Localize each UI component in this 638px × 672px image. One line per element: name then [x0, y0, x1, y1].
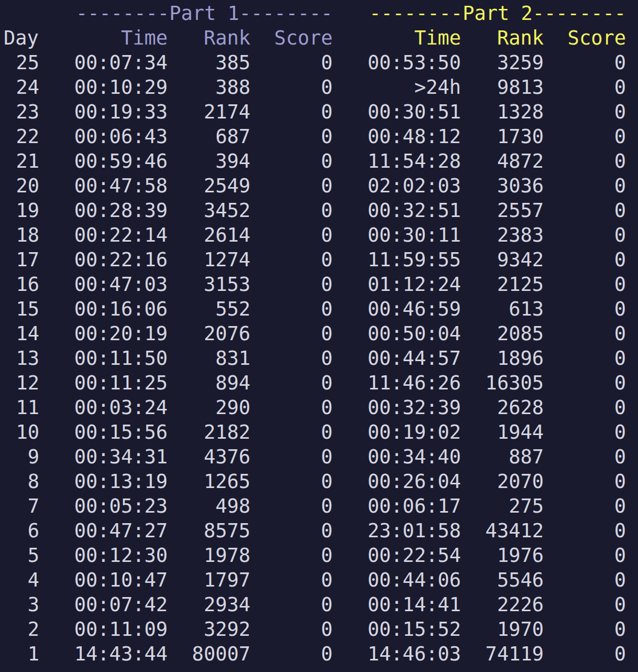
cell-p2-rank: 1328	[461, 100, 544, 124]
cell-p2-time: 11:54:28	[333, 149, 461, 174]
cell-p2-rank: 2125	[461, 272, 544, 297]
column-header-p2-score: Score	[544, 26, 626, 50]
cell-day: 16	[0, 272, 39, 297]
cell-p1-rank: 498	[168, 494, 250, 518]
cell-p2-score: 0	[544, 297, 626, 321]
cell-p1-time: 00:07:34	[39, 50, 168, 75]
cell-p1-score: 0	[250, 592, 333, 617]
cell-p1-rank: 1978	[168, 543, 250, 568]
cell-day: 7	[0, 494, 39, 518]
cell-p1-rank: 831	[168, 346, 250, 371]
cell-day: 19	[0, 198, 39, 223]
cell-p2-score: 0	[544, 198, 626, 223]
cell-p2-time: 00:30:11	[333, 223, 461, 247]
cell-p2-time: 11:59:55	[333, 247, 461, 272]
cell-p1-time: 14:43:44	[39, 642, 168, 666]
cell-p1-time: 00:11:09	[39, 617, 168, 642]
stats-row-day-15: 1500:16:06552000:46:596130	[0, 297, 638, 321]
cell-p2-score: 0	[544, 494, 626, 518]
stats-row-day-6: 600:47:278575023:01:58434120	[0, 518, 638, 543]
cell-p2-rank: 613	[461, 297, 544, 321]
cell-p2-time: 00:26:04	[333, 469, 461, 494]
column-header-p1-rank: Rank	[168, 26, 250, 50]
cell-p2-time: 00:14:41	[333, 592, 461, 617]
cell-p2-time: 00:44:57	[333, 346, 461, 371]
cell-p2-score: 0	[544, 100, 626, 124]
cell-p2-score: 0	[544, 75, 626, 100]
cell-p2-rank: 1896	[461, 346, 544, 371]
cell-p2-rank: 1730	[461, 124, 544, 149]
cell-p1-rank: 1274	[168, 247, 250, 272]
cell-p1-score: 0	[250, 346, 333, 371]
cell-p2-rank: 5546	[461, 568, 544, 592]
cell-p1-score: 0	[250, 124, 333, 149]
cell-p2-rank: 2085	[461, 321, 544, 346]
cell-p2-score: 0	[544, 592, 626, 617]
cell-p1-time: 00:07:42	[39, 592, 168, 617]
cell-p1-time: 00:11:50	[39, 346, 168, 371]
cell-p1-score: 0	[250, 149, 333, 174]
cell-p2-score: 0	[544, 174, 626, 198]
cell-p1-rank: 4376	[168, 445, 250, 469]
cell-p1-score: 0	[250, 494, 333, 518]
cell-p2-time: 00:19:02	[333, 420, 461, 445]
cell-p1-rank: 388	[168, 75, 250, 100]
cell-p1-rank: 552	[168, 297, 250, 321]
cell-p1-time: 00:16:06	[39, 297, 168, 321]
cell-p2-rank: 3259	[461, 50, 544, 75]
cell-p2-score: 0	[544, 346, 626, 371]
stats-row-day-13: 1300:11:50831000:44:5718960	[0, 346, 638, 371]
cell-p1-time: 00:13:19	[39, 469, 168, 494]
cell-p1-rank: 290	[168, 395, 250, 420]
cell-p2-time: 01:12:24	[333, 272, 461, 297]
cell-p1-score: 0	[250, 174, 333, 198]
cell-p1-score: 0	[250, 198, 333, 223]
column-header-p2-time: Time	[333, 26, 461, 50]
cell-p2-rank: 2557	[461, 198, 544, 223]
stats-rows: 2500:07:34385000:53:50325902400:10:29388…	[0, 50, 638, 666]
cell-p2-score: 0	[544, 543, 626, 568]
cell-p2-rank: 4872	[461, 149, 544, 174]
cell-p2-rank: 887	[461, 445, 544, 469]
cell-day: 9	[0, 445, 39, 469]
stats-row-day-1: 114:43:4480007014:46:03741190	[0, 642, 638, 666]
part-header-spacer	[0, 1, 39, 26]
cell-day: 11	[0, 395, 39, 420]
cell-p1-rank: 2174	[168, 100, 250, 124]
cell-p2-rank: 3036	[461, 174, 544, 198]
cell-p1-rank: 2614	[168, 223, 250, 247]
column-headers-row: Day Time Rank Score Time Rank Score	[0, 26, 638, 50]
cell-p1-time: 00:05:23	[39, 494, 168, 518]
cell-day: 15	[0, 297, 39, 321]
cell-p2-rank: 2226	[461, 592, 544, 617]
cell-p1-time: 00:15:56	[39, 420, 168, 445]
column-header-p2-rank: Rank	[461, 26, 544, 50]
cell-p2-rank: 1970	[461, 617, 544, 642]
cell-p1-score: 0	[250, 371, 333, 395]
cell-p2-score: 0	[544, 445, 626, 469]
cell-p1-time: 00:47:03	[39, 272, 168, 297]
cell-p2-score: 0	[544, 568, 626, 592]
cell-p2-rank: 2070	[461, 469, 544, 494]
cell-p2-score: 0	[544, 469, 626, 494]
cell-p1-time: 00:11:25	[39, 371, 168, 395]
stats-row-day-2: 200:11:093292000:15:5219700	[0, 617, 638, 642]
cell-p2-time: 00:44:06	[333, 568, 461, 592]
cell-p1-time: 00:34:31	[39, 445, 168, 469]
cell-p1-rank: 3292	[168, 617, 250, 642]
cell-p1-score: 0	[250, 247, 333, 272]
stats-row-day-10: 1000:15:562182000:19:0219440	[0, 420, 638, 445]
cell-day: 2	[0, 617, 39, 642]
cell-p1-rank: 3452	[168, 198, 250, 223]
cell-p1-rank: 894	[168, 371, 250, 395]
stats-row-day-23: 2300:19:332174000:30:5113280	[0, 100, 638, 124]
stats-row-day-18: 1800:22:142614000:30:1123830	[0, 223, 638, 247]
cell-p2-score: 0	[544, 395, 626, 420]
cell-p2-time: 00:30:51	[333, 100, 461, 124]
cell-day: 22	[0, 124, 39, 149]
cell-p2-time: 11:46:26	[333, 371, 461, 395]
cell-day: 8	[0, 469, 39, 494]
stats-row-day-12: 1200:11:25894011:46:26163050	[0, 371, 638, 395]
cell-p1-time: 00:12:30	[39, 543, 168, 568]
cell-p2-score: 0	[544, 272, 626, 297]
